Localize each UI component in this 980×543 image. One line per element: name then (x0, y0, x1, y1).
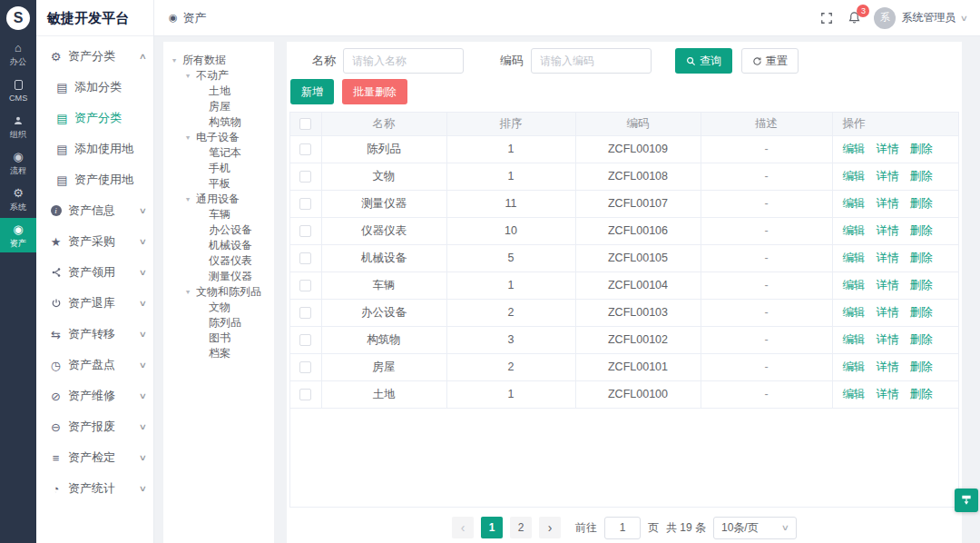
caret-down-icon[interactable]: ▼ (184, 195, 191, 202)
sidebar-item-add-category[interactable]: ▤添加分类 (36, 72, 153, 103)
row-checkbox[interactable] (299, 334, 311, 346)
tree-item[interactable]: 图书 (167, 331, 270, 346)
tree-item[interactable]: ▼通用设备 (167, 192, 270, 207)
sidebar-item-asset-receive[interactable]: 资产领用∨ (36, 257, 153, 288)
user-menu[interactable]: 系 系统管理员 ∨ (874, 7, 967, 29)
detail-link[interactable]: 详情 (877, 360, 899, 373)
tree-item[interactable]: 手机 (167, 161, 270, 176)
caret-down-icon[interactable]: ▼ (184, 288, 191, 295)
detail-link[interactable]: 详情 (877, 333, 899, 346)
row-checkbox[interactable] (299, 198, 311, 210)
edit-link[interactable]: 编辑 (843, 224, 866, 237)
fullscreen-icon[interactable] (819, 11, 834, 25)
tree-item[interactable]: 办公设备 (167, 222, 270, 238)
edit-link[interactable]: 编辑 (843, 360, 866, 373)
tree-item[interactable]: 房屋 (167, 99, 270, 114)
row-checkbox[interactable] (299, 252, 311, 264)
delete-link[interactable]: 删除 (910, 252, 933, 264)
row-checkbox[interactable] (299, 361, 311, 373)
detail-link[interactable]: 详情 (877, 306, 899, 319)
sidebar-item-asset-category[interactable]: ▤资产分类 (36, 103, 153, 133)
sidebar-item-asset-scrap[interactable]: ⊖资产报废∨ (36, 411, 153, 442)
delete-link[interactable]: 删除 (910, 143, 933, 155)
sidebar-item-asset-transfer[interactable]: ⇆资产转移∨ (36, 319, 153, 350)
sidebar-item-asset-repair[interactable]: ⊘资产维修∨ (36, 380, 153, 411)
reset-button[interactable]: 重置 (741, 48, 799, 74)
detail-link[interactable]: 详情 (877, 279, 899, 291)
rail-item-org[interactable]: 组织 (0, 109, 36, 143)
tree-item[interactable]: 车辆 (167, 207, 270, 222)
tree-item[interactable]: ▼所有数据 (167, 53, 270, 68)
edit-link[interactable]: 编辑 (843, 279, 866, 291)
search-button[interactable]: 查询 (675, 48, 732, 74)
delete-link[interactable]: 删除 (910, 306, 933, 319)
sidebar-item-add-location[interactable]: ▤添加使用地 (36, 133, 153, 164)
tree-item[interactable]: 机械设备 (167, 238, 270, 253)
edit-link[interactable]: 编辑 (843, 252, 866, 264)
row-checkbox[interactable] (299, 225, 311, 237)
tree-item[interactable]: ▼电子设备 (167, 130, 270, 145)
detail-link[interactable]: 详情 (877, 197, 899, 210)
notification-bell-icon[interactable]: 3 (847, 11, 861, 25)
rail-item-flow[interactable]: ◉流程 (0, 145, 36, 180)
prev-page-button[interactable]: ‹ (452, 517, 474, 538)
page-button-2[interactable]: 2 (510, 517, 532, 538)
tree-item[interactable]: 土地 (167, 84, 270, 99)
sidebar-item-asset-stats[interactable]: ◔资产统计∨ (36, 473, 153, 504)
tree-item[interactable]: 陈列品 (167, 315, 270, 331)
rail-item-cms[interactable]: CMS (0, 73, 36, 107)
tree-item[interactable]: 笔记本 (167, 145, 270, 161)
page-button-1[interactable]: 1 (481, 517, 503, 538)
detail-link[interactable]: 详情 (877, 388, 899, 400)
edit-link[interactable]: 编辑 (843, 143, 866, 155)
row-checkbox[interactable] (299, 389, 311, 400)
rail-item-asset[interactable]: ◉资产 (0, 218, 36, 252)
caret-down-icon[interactable]: ▼ (171, 56, 177, 64)
code-input[interactable] (531, 48, 652, 74)
row-checkbox[interactable] (299, 143, 311, 155)
tree-item[interactable]: 档案 (167, 346, 270, 361)
batch-delete-button[interactable]: 批量删除 (342, 79, 407, 104)
tree-item[interactable]: 构筑物 (167, 114, 270, 130)
detail-link[interactable]: 详情 (877, 224, 899, 237)
edit-link[interactable]: 编辑 (843, 170, 866, 183)
add-button[interactable]: 新增 (290, 79, 334, 104)
page-size-select[interactable]: 10条/页 ∨ (713, 517, 797, 539)
row-checkbox[interactable] (299, 307, 311, 319)
tree-item[interactable]: 测量仪器 (167, 269, 270, 284)
sidebar-item-asset-verify[interactable]: ≡资产检定∨ (36, 442, 153, 473)
delete-link[interactable]: 删除 (910, 224, 933, 237)
delete-link[interactable]: 删除 (910, 197, 933, 210)
edit-link[interactable]: 编辑 (843, 333, 866, 346)
tree-item[interactable]: 平板 (167, 176, 270, 192)
edit-link[interactable]: 编辑 (843, 197, 866, 210)
select-all-checkbox[interactable] (299, 118, 311, 130)
rail-item-office[interactable]: ⌂办公 (0, 36, 36, 71)
sidebar-item-asset-category-group[interactable]: ⚙资产分类∧ (36, 41, 153, 72)
caret-down-icon[interactable]: ▼ (184, 133, 191, 141)
detail-link[interactable]: 详情 (877, 252, 899, 264)
edit-link[interactable]: 编辑 (843, 388, 866, 400)
caret-down-icon[interactable]: ▼ (184, 72, 191, 79)
row-checkbox[interactable] (299, 280, 311, 291)
sidebar-item-asset-location[interactable]: ▤资产使用地 (36, 164, 153, 195)
row-checkbox[interactable] (299, 171, 311, 183)
tree-item[interactable]: 仪器仪表 (167, 253, 270, 269)
sidebar-item-asset-return[interactable]: 资产退库∨ (36, 288, 153, 319)
sidebar-item-asset-info[interactable]: i资产信息∨ (36, 195, 153, 226)
sidebar-item-asset-inventory[interactable]: ◷资产盘点∨ (36, 350, 153, 380)
detail-link[interactable]: 详情 (877, 170, 899, 183)
goto-page-input[interactable] (604, 517, 641, 539)
tree-item[interactable]: 文物 (167, 300, 270, 315)
tree-item[interactable]: ▼不动产 (167, 68, 270, 84)
next-page-button[interactable]: › (539, 517, 561, 538)
delete-link[interactable]: 删除 (910, 333, 933, 346)
name-input[interactable] (343, 48, 464, 74)
delete-link[interactable]: 删除 (910, 170, 933, 183)
delete-link[interactable]: 删除 (910, 388, 933, 400)
tree-item[interactable]: ▼文物和陈列品 (167, 284, 270, 300)
app-logo[interactable]: S (0, 0, 36, 36)
detail-link[interactable]: 详情 (877, 143, 899, 155)
sidebar-item-asset-purchase[interactable]: ★资产采购∨ (36, 226, 153, 257)
delete-link[interactable]: 删除 (910, 360, 933, 373)
